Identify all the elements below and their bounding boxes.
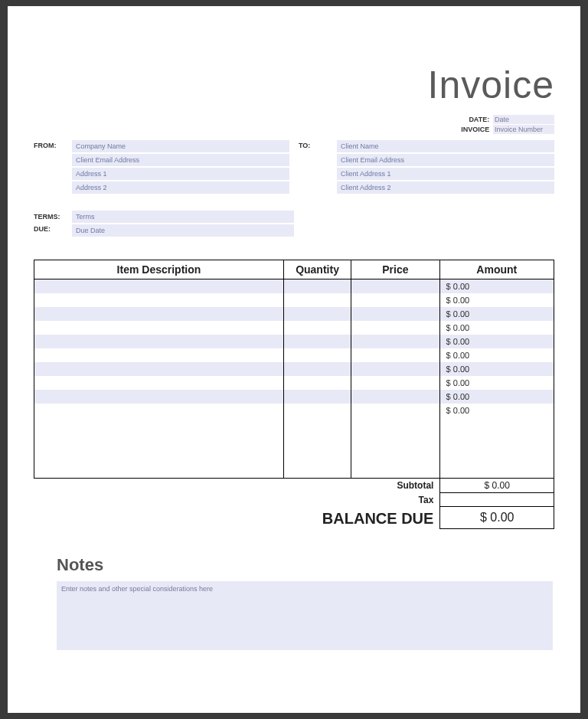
col-description: Item Description xyxy=(34,260,284,279)
table-row: $ 0.00 xyxy=(34,279,554,293)
cell-amount: $ 0.00 xyxy=(439,376,554,390)
table-row: $ 0.00 xyxy=(34,362,554,376)
cell-amount: $ 0.00 xyxy=(439,279,554,293)
cell-price[interactable] xyxy=(351,348,439,362)
cell-quantity[interactable] xyxy=(283,362,351,376)
to-email-field[interactable]: Client Email Address xyxy=(337,154,554,166)
items-table: Item Description Quantity Price Amount $… xyxy=(34,260,554,479)
cell-amount: $ 0.00 xyxy=(439,348,554,362)
from-address2-field[interactable]: Address 2 xyxy=(72,181,289,194)
cell-amount: $ 0.00 xyxy=(439,362,554,376)
table-row: $ 0.00 xyxy=(34,321,554,335)
from-email-field[interactable]: Client Email Address xyxy=(72,154,289,166)
col-price: Price xyxy=(351,260,439,279)
table-row: $ 0.00 xyxy=(34,307,554,321)
cell-description[interactable] xyxy=(34,362,284,376)
from-block: FROM: Company Name Client Email Address … xyxy=(34,140,289,195)
cell-price[interactable] xyxy=(351,335,439,348)
cell-amount: $ 0.00 xyxy=(439,321,554,335)
cell-quantity[interactable] xyxy=(283,348,351,362)
totals-block: Subtotal $ 0.00 Tax BALANCE DUE $ 0.00 xyxy=(34,479,554,529)
cell-price[interactable] xyxy=(351,321,439,335)
notes-field[interactable]: Enter notes and other special considerat… xyxy=(57,581,553,650)
balance-due-label: BALANCE DUE xyxy=(316,507,440,529)
cell-quantity[interactable] xyxy=(283,390,351,404)
subtotal-value: $ 0.00 xyxy=(439,479,554,493)
cell-amount: $ 0.00 xyxy=(439,404,554,417)
cell-description[interactable] xyxy=(34,279,284,293)
cell-quantity[interactable] xyxy=(283,307,351,321)
invoice-page: Invoice DATE: Date INVOICE Invoice Numbe… xyxy=(8,6,580,713)
cell-price[interactable] xyxy=(351,293,439,307)
invoice-meta: DATE: Date INVOICE Invoice Number xyxy=(34,115,554,134)
date-field[interactable]: Date xyxy=(493,115,554,124)
cell-quantity[interactable] xyxy=(283,376,351,390)
to-label: TO: xyxy=(299,140,337,195)
table-row: $ 0.00 xyxy=(34,293,554,307)
col-quantity: Quantity xyxy=(283,260,351,279)
subtotal-label: Subtotal xyxy=(390,479,439,493)
notes-title: Notes xyxy=(57,555,554,575)
to-address1-field[interactable]: Client Address 1 xyxy=(337,168,554,180)
table-row: $ 0.00 xyxy=(34,390,554,404)
cell-amount: $ 0.00 xyxy=(439,335,554,348)
terms-block: TERMS: DUE: Terms Due Date xyxy=(34,211,294,238)
cell-description[interactable] xyxy=(34,321,284,335)
due-field[interactable]: Due Date xyxy=(72,224,294,237)
cell-description[interactable] xyxy=(34,404,284,417)
cell-quantity[interactable] xyxy=(283,404,351,417)
cell-price[interactable] xyxy=(351,390,439,404)
cell-quantity[interactable] xyxy=(283,321,351,335)
table-row: $ 0.00 xyxy=(34,404,554,417)
cell-description[interactable] xyxy=(34,376,284,390)
balance-due-value: $ 0.00 xyxy=(439,507,554,529)
invoice-number-field[interactable]: Invoice Number xyxy=(493,125,554,134)
tax-label: Tax xyxy=(413,493,440,507)
from-label: FROM: xyxy=(34,140,72,195)
cell-quantity[interactable] xyxy=(283,293,351,307)
cell-amount: $ 0.00 xyxy=(439,293,554,307)
cell-quantity[interactable] xyxy=(283,279,351,293)
cell-description[interactable] xyxy=(34,293,284,307)
cell-price[interactable] xyxy=(351,362,439,376)
cell-quantity[interactable] xyxy=(283,335,351,348)
terms-field[interactable]: Terms xyxy=(72,211,294,223)
cell-price[interactable] xyxy=(351,279,439,293)
due-label: DUE: xyxy=(34,223,72,235)
cell-description[interactable] xyxy=(34,307,284,321)
cell-price[interactable] xyxy=(351,307,439,321)
cell-price[interactable] xyxy=(351,404,439,417)
table-pad xyxy=(34,417,554,479)
table-row: $ 0.00 xyxy=(34,348,554,362)
table-row: $ 0.00 xyxy=(34,335,554,348)
cell-price[interactable] xyxy=(351,376,439,390)
to-address2-field[interactable]: Client Address 2 xyxy=(337,181,554,194)
invoice-title: Invoice xyxy=(34,63,554,107)
table-row: $ 0.00 xyxy=(34,376,554,390)
to-block: TO: Client Name Client Email Address Cli… xyxy=(299,140,554,195)
cell-amount: $ 0.00 xyxy=(439,307,554,321)
cell-amount: $ 0.00 xyxy=(439,390,554,404)
cell-description[interactable] xyxy=(34,335,284,348)
col-amount: Amount xyxy=(439,260,554,279)
cell-description[interactable] xyxy=(34,390,284,404)
terms-label: TERMS: xyxy=(34,211,72,223)
cell-description[interactable] xyxy=(34,348,284,362)
date-label: DATE: xyxy=(469,116,489,123)
to-name-field[interactable]: Client Name xyxy=(337,140,554,152)
tax-value[interactable] xyxy=(439,493,554,507)
from-address1-field[interactable]: Address 1 xyxy=(72,168,289,180)
invoice-number-label: INVOICE xyxy=(461,126,489,133)
from-company-field[interactable]: Company Name xyxy=(72,140,289,152)
